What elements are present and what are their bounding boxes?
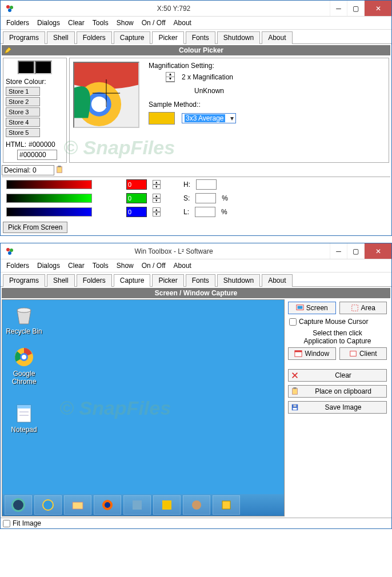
tab-fonts[interactable]: Fonts bbox=[186, 31, 215, 44]
tab-programs[interactable]: Programs bbox=[3, 274, 45, 287]
tab-about[interactable]: About bbox=[262, 274, 292, 287]
window-button[interactable]: Window bbox=[288, 347, 336, 360]
tab-shell[interactable]: Shell bbox=[47, 31, 75, 44]
taskbar-app4[interactable] bbox=[213, 495, 240, 515]
mag-spinner[interactable]: ▴▾ bbox=[166, 72, 175, 82]
spinner-g[interactable]: ▴▾ bbox=[153, 194, 161, 203]
mag-value: 2 x Magnification bbox=[182, 73, 233, 81]
header-text: Screen / Window Capture bbox=[155, 289, 238, 297]
desktop-icon-notepad[interactable]: Notepad bbox=[6, 402, 42, 434]
store-4-button[interactable]: Store 4 bbox=[6, 118, 40, 127]
minimize-button[interactable]: ─ bbox=[330, 243, 347, 259]
tab-capture[interactable]: Capture bbox=[114, 274, 151, 287]
desktop-icon-chrome[interactable]: Google Chrome bbox=[6, 346, 42, 386]
store-1-button[interactable]: Store 1 bbox=[6, 87, 40, 96]
menu-tools[interactable]: Tools bbox=[93, 262, 109, 270]
menu-about[interactable]: About bbox=[174, 19, 191, 27]
minimize-button[interactable]: ─ bbox=[330, 1, 347, 16]
svg-rect-28 bbox=[133, 500, 142, 510]
spinner-r[interactable]: ▴▾ bbox=[153, 180, 161, 189]
tab-folders[interactable]: Folders bbox=[77, 31, 112, 44]
slider-g[interactable] bbox=[6, 194, 92, 203]
titlebar: Win Toolbox - L² Software ─ ▢ ✕ bbox=[1, 243, 391, 259]
close-button[interactable]: ✕ bbox=[364, 243, 391, 259]
html-input[interactable] bbox=[17, 150, 57, 160]
h-input[interactable] bbox=[196, 179, 217, 190]
capture-cursor-checkbox[interactable] bbox=[289, 318, 297, 326]
tab-shutdown[interactable]: Shutdown bbox=[217, 274, 260, 287]
store-5-button[interactable]: Store 5 bbox=[6, 128, 40, 137]
decimal-input[interactable] bbox=[2, 165, 54, 175]
save-image-button[interactable]: Save Image bbox=[288, 401, 387, 414]
tab-about[interactable]: About bbox=[262, 31, 292, 44]
area-button[interactable]: Area bbox=[339, 302, 387, 314]
menu-dialogs[interactable]: Dialogs bbox=[37, 19, 60, 27]
app-icon bbox=[5, 247, 14, 256]
desktop-icon-recycle[interactable]: Recycle Bin bbox=[6, 303, 42, 335]
pencil-icon bbox=[4, 46, 12, 56]
clipboard-icon bbox=[291, 387, 299, 395]
tab-programs[interactable]: Programs bbox=[3, 31, 45, 44]
maximize-button[interactable]: ▢ bbox=[347, 243, 364, 259]
taskbar-firefox[interactable] bbox=[94, 495, 121, 515]
tab-capture[interactable]: Capture bbox=[114, 31, 151, 44]
client-button[interactable]: Client bbox=[339, 347, 387, 360]
fit-image-checkbox[interactable] bbox=[3, 520, 10, 527]
store-2-button[interactable]: Store 2 bbox=[6, 97, 40, 106]
l-input[interactable] bbox=[195, 207, 215, 217]
taskbar-app3[interactable] bbox=[183, 495, 210, 515]
swatch-1[interactable] bbox=[18, 61, 35, 74]
tabbar: Programs Shell Folders Capture Picker Fo… bbox=[1, 273, 391, 287]
pick-from-screen-button[interactable]: Pick From Screen bbox=[3, 222, 67, 233]
sample-swatch bbox=[149, 112, 175, 125]
menu-tools[interactable]: Tools bbox=[93, 19, 109, 27]
s-input[interactable] bbox=[195, 193, 216, 203]
fit-image-label: Fit Image bbox=[13, 519, 41, 527]
taskbar-ie[interactable] bbox=[34, 495, 62, 515]
swatch-2[interactable] bbox=[35, 61, 52, 74]
menu-show[interactable]: Show bbox=[117, 19, 134, 27]
clipboard-button[interactable]: Place on clipboard bbox=[288, 385, 387, 398]
magnifier-view bbox=[73, 62, 139, 128]
value-r: 0 bbox=[126, 179, 147, 190]
svg-rect-10 bbox=[58, 166, 61, 167]
tab-shell[interactable]: Shell bbox=[47, 274, 75, 287]
taskbar-explorer[interactable] bbox=[64, 495, 91, 515]
tab-shutdown[interactable]: Shutdown bbox=[217, 31, 260, 44]
menu-about[interactable]: About bbox=[174, 262, 191, 270]
tab-picker[interactable]: Picker bbox=[152, 31, 183, 44]
magnifier-panel: Magnification Setting: ▴▾ 2 x Magnificat… bbox=[69, 58, 389, 163]
select-hint: Select then clickApplication to Capture bbox=[288, 329, 387, 345]
screen-button[interactable]: Screen bbox=[288, 302, 336, 314]
clear-button[interactable]: Clear bbox=[288, 369, 387, 382]
menu-onoff[interactable]: On / Off bbox=[142, 19, 166, 27]
menubar: Folders Dialogs Clear Tools Show On / Of… bbox=[1, 259, 391, 273]
tab-fonts[interactable]: Fonts bbox=[186, 274, 215, 287]
clipboard-icon[interactable] bbox=[55, 166, 63, 175]
tab-picker[interactable]: Picker bbox=[152, 274, 183, 287]
taskbar-start[interactable] bbox=[5, 495, 32, 515]
svg-rect-41 bbox=[293, 387, 296, 389]
close-button[interactable]: ✕ bbox=[364, 1, 391, 16]
tab-folders[interactable]: Folders bbox=[77, 274, 112, 287]
menu-folders[interactable]: Folders bbox=[6, 262, 29, 270]
slider-b[interactable] bbox=[6, 207, 92, 217]
svg-rect-29 bbox=[162, 500, 171, 510]
maximize-button[interactable]: ▢ bbox=[347, 1, 364, 16]
menu-show[interactable]: Show bbox=[117, 262, 134, 270]
spinner-b[interactable]: ▴▾ bbox=[153, 207, 161, 217]
svg-point-14 bbox=[17, 308, 31, 312]
store-3-button[interactable]: Store 3 bbox=[6, 107, 40, 117]
menu-clear[interactable]: Clear bbox=[68, 19, 85, 27]
screen-icon bbox=[296, 304, 304, 312]
taskbar-app1[interactable] bbox=[123, 495, 151, 515]
taskbar-app2[interactable] bbox=[153, 495, 181, 515]
save-icon bbox=[291, 403, 299, 411]
clear-icon bbox=[291, 371, 299, 379]
menu-dialogs[interactable]: Dialogs bbox=[37, 262, 60, 270]
slider-r[interactable] bbox=[6, 180, 92, 189]
menu-onoff[interactable]: On / Off bbox=[142, 262, 166, 270]
menu-folders[interactable]: Folders bbox=[6, 19, 29, 27]
sample-method-select[interactable]: 3x3 Average bbox=[182, 113, 236, 123]
menu-clear[interactable]: Clear bbox=[68, 262, 85, 270]
